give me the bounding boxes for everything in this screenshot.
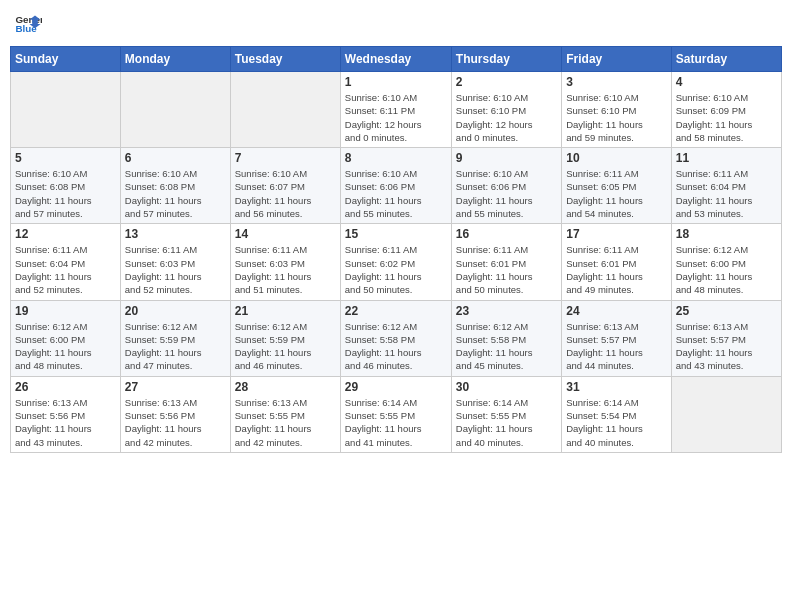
- day-number: 3: [566, 75, 666, 89]
- weekday-header: Sunday: [11, 47, 121, 72]
- calendar-cell: [230, 72, 340, 148]
- calendar-cell: 17Sunrise: 6:11 AM Sunset: 6:01 PM Dayli…: [562, 224, 671, 300]
- calendar-cell: 30Sunrise: 6:14 AM Sunset: 5:55 PM Dayli…: [451, 376, 561, 452]
- day-info: Sunrise: 6:11 AM Sunset: 6:03 PM Dayligh…: [235, 243, 336, 296]
- day-info: Sunrise: 6:11 AM Sunset: 6:04 PM Dayligh…: [676, 167, 777, 220]
- logo-icon: General Blue: [14, 10, 42, 38]
- calendar-cell: 7Sunrise: 6:10 AM Sunset: 6:07 PM Daylig…: [230, 148, 340, 224]
- calendar-cell: 21Sunrise: 6:12 AM Sunset: 5:59 PM Dayli…: [230, 300, 340, 376]
- calendar-cell: [120, 72, 230, 148]
- day-number: 6: [125, 151, 226, 165]
- day-number: 7: [235, 151, 336, 165]
- calendar-cell: 23Sunrise: 6:12 AM Sunset: 5:58 PM Dayli…: [451, 300, 561, 376]
- day-info: Sunrise: 6:10 AM Sunset: 6:11 PM Dayligh…: [345, 91, 447, 144]
- calendar-cell: 15Sunrise: 6:11 AM Sunset: 6:02 PM Dayli…: [340, 224, 451, 300]
- day-info: Sunrise: 6:12 AM Sunset: 5:59 PM Dayligh…: [235, 320, 336, 373]
- day-info: Sunrise: 6:10 AM Sunset: 6:07 PM Dayligh…: [235, 167, 336, 220]
- day-number: 12: [15, 227, 116, 241]
- day-info: Sunrise: 6:11 AM Sunset: 6:05 PM Dayligh…: [566, 167, 666, 220]
- day-number: 30: [456, 380, 557, 394]
- day-info: Sunrise: 6:10 AM Sunset: 6:09 PM Dayligh…: [676, 91, 777, 144]
- calendar-cell: 2Sunrise: 6:10 AM Sunset: 6:10 PM Daylig…: [451, 72, 561, 148]
- day-info: Sunrise: 6:10 AM Sunset: 6:08 PM Dayligh…: [125, 167, 226, 220]
- day-number: 2: [456, 75, 557, 89]
- day-number: 20: [125, 304, 226, 318]
- day-info: Sunrise: 6:13 AM Sunset: 5:57 PM Dayligh…: [566, 320, 666, 373]
- calendar-cell: [11, 72, 121, 148]
- day-info: Sunrise: 6:13 AM Sunset: 5:55 PM Dayligh…: [235, 396, 336, 449]
- day-info: Sunrise: 6:10 AM Sunset: 6:06 PM Dayligh…: [456, 167, 557, 220]
- calendar-week-row: 26Sunrise: 6:13 AM Sunset: 5:56 PM Dayli…: [11, 376, 782, 452]
- day-info: Sunrise: 6:14 AM Sunset: 5:54 PM Dayligh…: [566, 396, 666, 449]
- calendar-table: SundayMondayTuesdayWednesdayThursdayFrid…: [10, 46, 782, 453]
- day-info: Sunrise: 6:13 AM Sunset: 5:56 PM Dayligh…: [15, 396, 116, 449]
- day-number: 10: [566, 151, 666, 165]
- day-number: 21: [235, 304, 336, 318]
- day-info: Sunrise: 6:12 AM Sunset: 6:00 PM Dayligh…: [676, 243, 777, 296]
- day-number: 9: [456, 151, 557, 165]
- day-number: 23: [456, 304, 557, 318]
- day-number: 13: [125, 227, 226, 241]
- day-info: Sunrise: 6:14 AM Sunset: 5:55 PM Dayligh…: [345, 396, 447, 449]
- day-number: 18: [676, 227, 777, 241]
- calendar-cell: 1Sunrise: 6:10 AM Sunset: 6:11 PM Daylig…: [340, 72, 451, 148]
- calendar-cell: 10Sunrise: 6:11 AM Sunset: 6:05 PM Dayli…: [562, 148, 671, 224]
- calendar-cell: 3Sunrise: 6:10 AM Sunset: 6:10 PM Daylig…: [562, 72, 671, 148]
- day-info: Sunrise: 6:13 AM Sunset: 5:57 PM Dayligh…: [676, 320, 777, 373]
- weekday-header: Thursday: [451, 47, 561, 72]
- day-info: Sunrise: 6:12 AM Sunset: 5:58 PM Dayligh…: [456, 320, 557, 373]
- day-number: 5: [15, 151, 116, 165]
- day-number: 29: [345, 380, 447, 394]
- calendar-cell: 20Sunrise: 6:12 AM Sunset: 5:59 PM Dayli…: [120, 300, 230, 376]
- day-info: Sunrise: 6:11 AM Sunset: 6:02 PM Dayligh…: [345, 243, 447, 296]
- day-number: 11: [676, 151, 777, 165]
- calendar-week-row: 12Sunrise: 6:11 AM Sunset: 6:04 PM Dayli…: [11, 224, 782, 300]
- weekday-header: Saturday: [671, 47, 781, 72]
- day-number: 28: [235, 380, 336, 394]
- calendar-cell: [671, 376, 781, 452]
- calendar-cell: 26Sunrise: 6:13 AM Sunset: 5:56 PM Dayli…: [11, 376, 121, 452]
- calendar-cell: 6Sunrise: 6:10 AM Sunset: 6:08 PM Daylig…: [120, 148, 230, 224]
- calendar-cell: 18Sunrise: 6:12 AM Sunset: 6:00 PM Dayli…: [671, 224, 781, 300]
- calendar-cell: 12Sunrise: 6:11 AM Sunset: 6:04 PM Dayli…: [11, 224, 121, 300]
- day-info: Sunrise: 6:10 AM Sunset: 6:06 PM Dayligh…: [345, 167, 447, 220]
- weekday-header: Friday: [562, 47, 671, 72]
- day-number: 15: [345, 227, 447, 241]
- day-number: 26: [15, 380, 116, 394]
- calendar-header-row: SundayMondayTuesdayWednesdayThursdayFrid…: [11, 47, 782, 72]
- calendar-cell: 9Sunrise: 6:10 AM Sunset: 6:06 PM Daylig…: [451, 148, 561, 224]
- calendar-cell: 24Sunrise: 6:13 AM Sunset: 5:57 PM Dayli…: [562, 300, 671, 376]
- calendar-week-row: 19Sunrise: 6:12 AM Sunset: 6:00 PM Dayli…: [11, 300, 782, 376]
- day-info: Sunrise: 6:10 AM Sunset: 6:10 PM Dayligh…: [566, 91, 666, 144]
- day-info: Sunrise: 6:11 AM Sunset: 6:01 PM Dayligh…: [566, 243, 666, 296]
- day-number: 25: [676, 304, 777, 318]
- calendar-week-row: 5Sunrise: 6:10 AM Sunset: 6:08 PM Daylig…: [11, 148, 782, 224]
- day-number: 22: [345, 304, 447, 318]
- calendar-cell: 28Sunrise: 6:13 AM Sunset: 5:55 PM Dayli…: [230, 376, 340, 452]
- day-number: 27: [125, 380, 226, 394]
- weekday-header: Tuesday: [230, 47, 340, 72]
- day-number: 24: [566, 304, 666, 318]
- calendar-cell: 27Sunrise: 6:13 AM Sunset: 5:56 PM Dayli…: [120, 376, 230, 452]
- day-info: Sunrise: 6:11 AM Sunset: 6:01 PM Dayligh…: [456, 243, 557, 296]
- day-info: Sunrise: 6:13 AM Sunset: 5:56 PM Dayligh…: [125, 396, 226, 449]
- day-number: 14: [235, 227, 336, 241]
- calendar-cell: 29Sunrise: 6:14 AM Sunset: 5:55 PM Dayli…: [340, 376, 451, 452]
- day-info: Sunrise: 6:11 AM Sunset: 6:04 PM Dayligh…: [15, 243, 116, 296]
- day-info: Sunrise: 6:14 AM Sunset: 5:55 PM Dayligh…: [456, 396, 557, 449]
- calendar-cell: 19Sunrise: 6:12 AM Sunset: 6:00 PM Dayli…: [11, 300, 121, 376]
- page-header: General Blue: [10, 10, 782, 38]
- calendar-cell: 4Sunrise: 6:10 AM Sunset: 6:09 PM Daylig…: [671, 72, 781, 148]
- calendar-cell: 5Sunrise: 6:10 AM Sunset: 6:08 PM Daylig…: [11, 148, 121, 224]
- day-number: 17: [566, 227, 666, 241]
- calendar-cell: 14Sunrise: 6:11 AM Sunset: 6:03 PM Dayli…: [230, 224, 340, 300]
- day-info: Sunrise: 6:10 AM Sunset: 6:08 PM Dayligh…: [15, 167, 116, 220]
- calendar-cell: 31Sunrise: 6:14 AM Sunset: 5:54 PM Dayli…: [562, 376, 671, 452]
- weekday-header: Wednesday: [340, 47, 451, 72]
- calendar-cell: 11Sunrise: 6:11 AM Sunset: 6:04 PM Dayli…: [671, 148, 781, 224]
- day-number: 19: [15, 304, 116, 318]
- calendar-cell: 16Sunrise: 6:11 AM Sunset: 6:01 PM Dayli…: [451, 224, 561, 300]
- day-number: 16: [456, 227, 557, 241]
- calendar-week-row: 1Sunrise: 6:10 AM Sunset: 6:11 PM Daylig…: [11, 72, 782, 148]
- day-info: Sunrise: 6:12 AM Sunset: 5:58 PM Dayligh…: [345, 320, 447, 373]
